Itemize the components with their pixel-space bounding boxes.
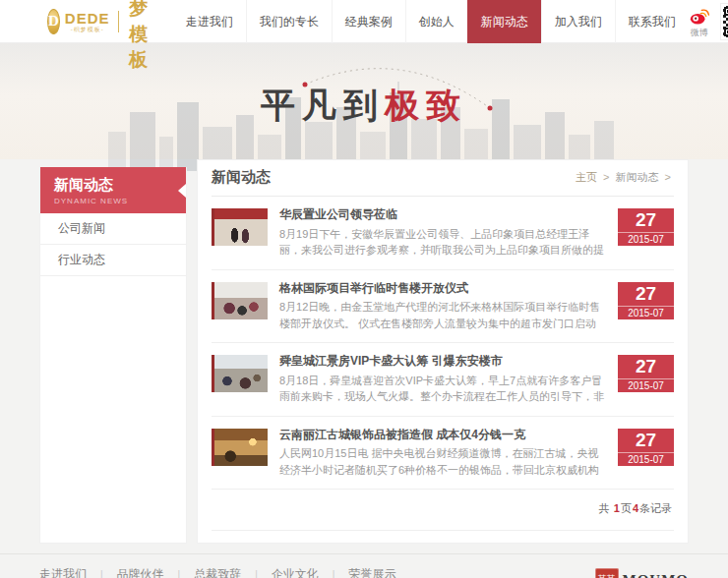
news-date-day: 27 xyxy=(618,355,674,379)
news-text-block: 舜皇城江景房VIP卡盛大认筹 引爆东安楼市 8月18日，舜皇城喜迎首次VIP卡盛… xyxy=(268,354,618,405)
content-wrapper: 新闻动态 DYNAMIC NEWS 公司新闻 行业动态 新闻动态 主页 > 新闻… xyxy=(39,159,689,544)
coin-logo-icon: D xyxy=(47,9,60,34)
news-list-item[interactable]: 舜皇城江景房VIP卡盛大认筹 引爆东安楼市 8月18日，舜皇城喜迎首次VIP卡盛… xyxy=(212,343,674,417)
news-date-month: 2015-07 xyxy=(618,233,674,246)
news-description: 人民网10月15日电 据中央电视台财经频道微博，在丽江古城，央视经济半小时记者随… xyxy=(279,445,606,478)
panel-header: 新闻动态 主页 > 新闻动态 > xyxy=(212,160,674,197)
news-text-block: 云南丽江古城银饰品被指造假 成本仅4分钱一克 人民网10月15日电 据中央电视台… xyxy=(268,428,618,479)
footer-link-separator: | xyxy=(255,569,258,578)
news-date-day: 27 xyxy=(618,282,674,307)
breadcrumb-separator: > xyxy=(603,171,609,183)
news-description: 8月12日晚，由金玉堂地产代理的河北怀来格林国际项目举行临时售楼部开放仪式。 仪… xyxy=(279,299,606,331)
news-date-day: 27 xyxy=(618,429,674,453)
news-thumbnail-image xyxy=(214,282,268,319)
news-list-item[interactable]: 云南丽江古城银饰品被指造假 成本仅4分钱一克 人民网10月15日电 据中央电视台… xyxy=(212,417,674,491)
nav-item[interactable]: 走进我们 xyxy=(173,0,246,43)
pagination-page-count: 1 xyxy=(614,502,620,514)
nav-item[interactable]: 创始人 xyxy=(405,0,467,43)
brand-subtitle: -织梦模板- xyxy=(65,27,110,32)
news-description: 8月19日下午，安徽华辰置业公司领导、上品印象项目总经理王泽丽，来我公司进行参观… xyxy=(279,226,606,259)
pagination-record-count: 4 xyxy=(633,502,638,514)
news-date-month: 2015-07 xyxy=(618,379,674,392)
footer-link[interactable]: 品牌伙伴 xyxy=(117,566,164,578)
footer-link[interactable]: 企业文化 xyxy=(272,566,319,578)
news-text-block: 格林国际项目举行临时售楼开放仪式 8月12日晚，由金玉堂地产代理的河北怀来格林国… xyxy=(268,281,618,332)
sidebar-menu: 公司新闻 行业动态 xyxy=(40,213,186,276)
footer-link[interactable]: 走进我们 xyxy=(39,566,87,578)
site-logo[interactable]: D DEDE -织梦模板- 织梦模板 xyxy=(47,0,163,73)
news-list-item[interactable]: 华辰置业公司领导莅临 8月19日下午，安徽华辰置业公司领导、上品印象项目总经理王… xyxy=(212,197,674,270)
nav-item[interactable]: 联系我们 xyxy=(615,0,689,43)
news-date-month: 2015-07 xyxy=(618,453,674,466)
news-thumbnail xyxy=(212,208,268,246)
pagination-record-label: 条记录 xyxy=(639,502,672,514)
weibo-icon xyxy=(689,5,710,27)
news-date-month: 2015-07 xyxy=(618,307,674,319)
footer-link[interactable]: 总裁致辞 xyxy=(194,566,241,578)
header-social: 微博 xyxy=(689,3,728,40)
news-title-link[interactable]: 格林国际项目举行临时售楼开放仪式 xyxy=(279,281,606,297)
news-thumbnail-image xyxy=(214,208,268,246)
news-date-badge: 27 2015-07 xyxy=(618,282,674,319)
breadcrumb-current: 新闻动态 xyxy=(616,171,659,183)
pagination-prefix: 共 xyxy=(599,502,613,514)
sidebar-title: 新闻动态 xyxy=(54,176,172,195)
brand-chinese-name: 织梦模板 xyxy=(129,0,163,73)
nav-item[interactable]: 新闻动态 xyxy=(467,0,541,43)
page-title: 新闻动态 xyxy=(212,168,271,187)
sidebar-menu-item[interactable]: 行业动态 xyxy=(40,245,186,276)
news-text-block: 华辰置业公司领导莅临 8月19日下午，安徽华辰置业公司领导、上品印象项目总经理王… xyxy=(268,207,618,259)
news-thumbnail xyxy=(212,355,268,392)
news-title-link[interactable]: 云南丽江古城银饰品被指造假 成本仅4分钱一克 xyxy=(279,428,606,443)
news-title-link[interactable]: 华辰置业公司领导莅临 xyxy=(279,207,606,223)
sidebar: 新闻动态 DYNAMIC NEWS 公司新闻 行业动态 xyxy=(39,167,187,544)
weibo-link[interactable]: 微博 xyxy=(689,5,710,37)
nav-item[interactable]: 我们的专长 xyxy=(246,0,332,43)
nav-item[interactable]: 加入我们 xyxy=(541,0,615,43)
footer-link-separator: | xyxy=(100,569,103,578)
news-thumbnail xyxy=(212,429,268,466)
breadcrumb: 主页 > 新闻动态 > xyxy=(576,170,674,185)
banner-title: 平凡到极致 xyxy=(0,83,728,129)
footer-link-separator: | xyxy=(333,569,335,578)
sidebar-subtitle: DYNAMIC NEWS xyxy=(54,197,172,205)
news-list-item[interactable]: 格林国际项目举行临时售楼开放仪式 8月12日晚，由金玉堂地产代理的河北怀来格林国… xyxy=(212,270,674,344)
banner-title-normal: 平凡到 xyxy=(261,87,385,125)
sidebar-header: 新闻动态 DYNAMIC NEWS xyxy=(40,167,186,213)
footer-links: 走进我们 | 品牌伙伴 | 总裁致辞 | 企业文化 | 荣誉展示 xyxy=(39,566,689,578)
seal-stamp-icon: 某某 xyxy=(595,568,619,578)
pagination: 共 1页4条记录 xyxy=(212,490,674,531)
nav-item[interactable]: 经典案例 xyxy=(332,0,405,43)
site-footer: 走进我们 | 品牌伙伴 | 总裁致辞 | 企业文化 | 荣誉展示 Copyrig… xyxy=(0,553,728,578)
qr-code xyxy=(720,3,728,40)
footer-logo: 某某 MOUMO xyxy=(595,568,689,578)
sidebar-arrow-icon xyxy=(178,184,186,198)
banner-title-accent: 极致 xyxy=(385,87,467,125)
news-description: 8月18日，舜皇城喜迎首次VIP卡盛大认筹，早上7点就有许多客户冒雨前来购卡，现… xyxy=(279,373,606,405)
brand-text-block: DEDE -织梦模板- xyxy=(65,11,110,32)
sidebar-menu-item[interactable]: 公司新闻 xyxy=(40,213,186,245)
news-date-badge: 27 2015-07 xyxy=(618,429,674,466)
news-date-day: 27 xyxy=(618,208,674,233)
main-nav: 走进我们 我们的专长 经典案例 创始人 新闻动态 加入我们 联系我们 xyxy=(173,0,689,43)
pagination-page-label: 页 xyxy=(621,502,632,514)
news-title-link[interactable]: 舜皇城江景房VIP卡盛大认筹 引爆东安楼市 xyxy=(279,354,606,370)
main-panel: 新闻动态 主页 > 新闻动态 > 华辰置业公司领导莅临 8月19日下午，安徽华辰… xyxy=(197,159,689,544)
footer-link[interactable]: 荣誉展示 xyxy=(348,566,395,578)
news-date-badge: 27 2015-07 xyxy=(618,355,674,392)
brand-name: DEDE xyxy=(65,11,110,26)
qr-finder-icon xyxy=(724,28,728,36)
news-thumbnail-image xyxy=(214,429,268,466)
news-list: 华辰置业公司领导莅临 8月19日下午，安徽华辰置业公司领导、上品印象项目总经理王… xyxy=(212,197,674,490)
breadcrumb-separator: > xyxy=(665,171,671,183)
site-header: D DEDE -织梦模板- 织梦模板 走进我们 我们的专长 经典案例 创始人 新… xyxy=(0,0,728,43)
weibo-label: 微博 xyxy=(691,29,708,37)
footer-brand-name: MOUMO xyxy=(623,572,689,578)
news-date-badge: 27 2015-07 xyxy=(618,208,674,246)
qr-finder-icon xyxy=(724,7,728,16)
news-thumbnail-image xyxy=(214,355,268,392)
footer-link-separator: | xyxy=(178,569,181,578)
news-thumbnail xyxy=(212,282,268,319)
breadcrumb-home-link[interactable]: 主页 xyxy=(576,171,597,183)
